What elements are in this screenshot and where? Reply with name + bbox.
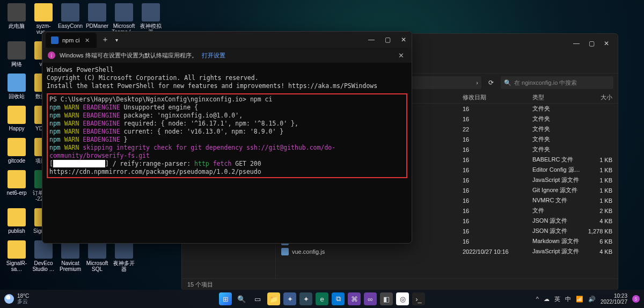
cell-date: 16 [463,116,532,122]
desktop-icon[interactable]: 回收站 [4,74,30,99]
search-placeholder: 在 nginxconfig.io 中搜索 [514,79,577,87]
cell-size: 1 KB [583,177,612,184]
desktop-icon-label: 夜神多开器 [111,260,137,272]
highlighted-region: PS C:\Users\Happy\Desktop\NginxConfig\ng… [47,93,407,178]
desktop-icon-label: net6-erp [4,190,30,196]
desktop-icon[interactable]: syzm-vue… [31,3,56,35]
desktop-icon[interactable]: Happy [4,106,30,131]
desktop-icon[interactable]: Navicat Premium 15 [57,240,83,272]
desktop-icon[interactable]: Microsoft Teams (… [111,3,137,35]
tab-dropdown-button[interactable]: ▾ [112,37,121,43]
explorer-close-button[interactable]: ✕ [599,36,613,50]
new-tab-button[interactable]: ＋ [99,35,112,45]
desktop-icon[interactable]: gitcode [4,138,30,164]
explorer-minimize-button[interactable]: — [569,36,583,50]
taskbar-pinned-apps: ⊞ 🔍 ▭ 📁 ✦ ✦ e ⧉ ⌘ ∞ ◧ ◎ ›_ [219,292,425,305]
cell-type: Markdown 源文件 [532,237,583,245]
app-icon [115,3,133,21]
taskbar[interactable]: 18°C 多云 ⊞ 🔍 ▭ 📁 ✦ ✦ e ⧉ ⌘ ∞ ◧ ◎ ›_ ^ ☁ 英… [0,290,644,308]
taskbar-app-explorer[interactable]: 📁 [267,292,280,305]
ime-lang[interactable]: 英 [554,295,560,303]
terminal-maximize-button[interactable]: ▢ [379,32,396,48]
folder-icon [34,3,53,21]
cell-date: 16 [463,228,532,234]
taskbar-app-4[interactable]: ◧ [380,292,393,305]
desktop-icon[interactable]: net6-erp [4,170,30,202]
cell-type: 文件夹 [532,145,583,153]
cell-type: BABELRC 文件 [532,156,583,164]
desktop-icon[interactable]: PDManer [84,3,110,35]
taskbar-app-chrome[interactable]: ◎ [396,292,409,305]
cell-type: JavaScript 源文件 [532,247,583,255]
desktop-icon-label: publish [4,228,30,234]
refresh-icon[interactable]: ⟳ [486,77,496,88]
cell-date: 16 [463,187,532,194]
tray-sound-icon[interactable]: 🔊 [588,296,596,303]
taskbar-weather-widget[interactable]: 18°C 多云 [0,294,33,304]
terminal-close-button[interactable]: ✕ [396,32,412,48]
notice-text: Windows 终端可在设置中设置为默认终端应用程序。 [60,52,197,60]
col-size[interactable]: 大小 [583,93,612,101]
desktop-icon-label: 网络 [4,61,30,67]
taskbar-app-vs[interactable]: ∞ [364,292,377,305]
terminal-tab[interactable]: npm ci ✕ [46,33,97,48]
explorer-statusbar: 15 个项目 [182,278,618,290]
clock-time: 10:23 [601,293,627,299]
terminal-titlebar[interactable]: npm ci ✕ ＋ ▾ — ▢ ✕ [42,32,412,48]
tab-close-button[interactable]: ✕ [83,37,91,44]
taskbar-app-2[interactable]: ✦ [299,292,312,305]
table-row[interactable]: vue.config.js2022/10/27 10:16JavaScript … [276,246,618,256]
cell-date: 16 [463,197,532,204]
app-icon [61,3,79,21]
taskbar-taskview-button[interactable]: ▭ [251,292,264,305]
taskbar-app-terminal[interactable]: ›_ [412,292,425,305]
cell-date: 2022/10/27 10:16 [463,248,532,255]
folder-icon [8,138,26,156]
tray-clock[interactable]: 10:23 2022/10/27 [601,293,627,305]
tray-cloud-icon[interactable]: ☁ [544,296,550,303]
desktop-icon[interactable]: EasyConn… [57,3,83,35]
cell-type: JSON 源文件 [532,227,583,235]
windows-terminal-window[interactable]: npm ci ✕ ＋ ▾ — ▢ ✕ i Windows 终端可在设置中设置为默… [42,31,412,244]
cell-date: 16 [463,157,532,163]
desktop-icon[interactable]: 网络 [4,41,30,67]
taskbar-app-edge[interactable]: e [316,292,328,305]
col-date[interactable]: 修改日期 [463,93,532,101]
desktop-icon-label: Happy [4,126,30,131]
desktop-icon[interactable]: SignalR-sa… [4,240,30,272]
taskbar-tray[interactable]: ^ ☁ 英 中 📶 🔊 10:23 2022/10/27 5 [532,293,644,305]
explorer-maximize-button[interactable]: ▢ [584,36,598,50]
desktop-icon[interactable]: Microsoft SQL Serve… [84,240,110,272]
desktop-icon[interactable]: DevEco Studio … [31,240,56,272]
terminal-minimize-button[interactable]: — [363,32,379,48]
tray-overflow-button[interactable]: ^ [536,296,539,302]
weather-icon [4,294,14,304]
desktop-icon-label: DevEco Studio … [31,260,56,272]
cell-size: 1 KB [583,197,612,204]
cell-type: 文件夹 [532,105,583,113]
desktop-icon[interactable]: 夜神多开器 [111,240,137,272]
cell-type: JSON 源文件 [532,217,583,225]
app-icon [142,3,160,21]
start-button[interactable]: ⊞ [219,292,232,305]
taskbar-app-1[interactable]: ✦ [283,292,296,305]
cell-date: 16 [463,136,532,143]
cell-size: 1 KB [583,157,612,163]
file-icon [281,248,289,255]
terminal-output[interactable]: Windows PowerShellCopyright (C) Microsof… [42,63,412,243]
ime-mode[interactable]: 中 [565,295,571,303]
taskbar-search-button[interactable]: 🔍 [235,292,248,305]
col-type[interactable]: 类型 [532,93,583,101]
taskbar-app-vscode[interactable]: ⧉ [332,292,345,305]
open-settings-link[interactable]: 打开设置 [202,52,225,60]
notice-close-button[interactable]: ✕ [396,52,406,60]
notification-badge[interactable]: 5 [632,295,640,303]
desktop-icon[interactable]: publish [4,208,30,234]
folder-icon [8,208,26,226]
desktop-icon[interactable]: 夜神模拟器 [138,3,164,35]
tray-wifi-icon[interactable]: 📶 [576,296,583,303]
taskbar-app-3[interactable]: ⌘ [348,292,361,305]
explorer-search-input[interactable]: 🔍 在 nginxconfig.io 中搜索 [501,76,613,89]
cell-date: 22 [463,126,532,133]
desktop-icon[interactable]: 此电脑 [4,3,30,35]
